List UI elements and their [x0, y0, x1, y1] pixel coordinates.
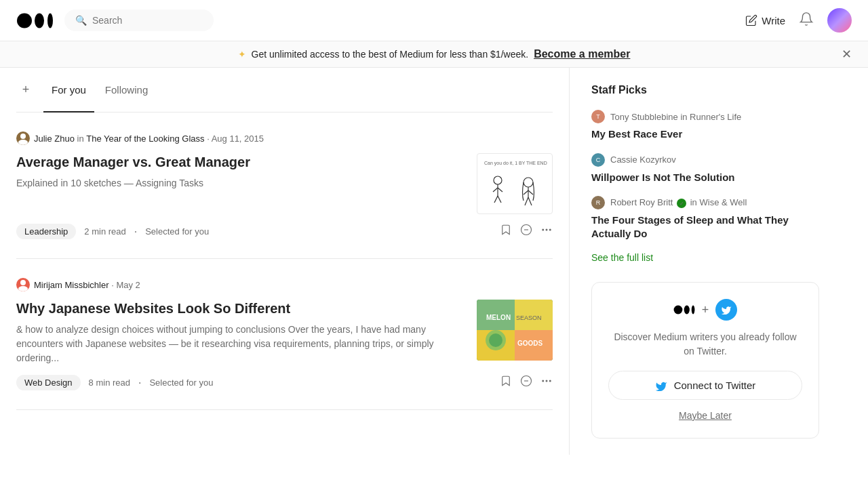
- article-byline: Mirijam Missbichler · May 2: [34, 280, 140, 290]
- pick-author: C Cassie Kozyrkov: [591, 153, 819, 167]
- author-avatar: [16, 278, 30, 291]
- banner-text: Get unlimited access to the best of Medi…: [252, 49, 529, 60]
- search-bar[interactable]: 🔍: [64, 9, 214, 31]
- svg-point-3: [20, 134, 26, 139]
- save-article-button[interactable]: [500, 224, 512, 239]
- plus-icon: +: [702, 303, 709, 317]
- article-footer: Web Design 8 min read · Selected for you: [16, 375, 553, 390]
- avatar[interactable]: [827, 8, 852, 33]
- svg-line-8: [493, 188, 498, 192]
- svg-point-39: [549, 380, 551, 382]
- save-article-button[interactable]: [500, 375, 512, 390]
- svg-line-17: [528, 197, 532, 205]
- banner-close-button[interactable]: ✕: [842, 47, 852, 62]
- pick-title[interactable]: Willpower Is Not The Solution: [591, 171, 819, 184]
- pick-avatar: T: [591, 110, 605, 123]
- twitter-connect-box: + Discover Medium writers you already fo…: [591, 282, 819, 439]
- article-tag[interactable]: Web Design: [16, 375, 81, 390]
- svg-point-41: [684, 306, 689, 314]
- more-options-button[interactable]: [540, 224, 553, 239]
- staff-picks-title: Staff Picks: [591, 84, 819, 96]
- article-subtitle: Explained in 10 sketches — Assigning Tas…: [16, 176, 466, 190]
- article-tag[interactable]: Leadership: [16, 224, 76, 239]
- hide-article-button[interactable]: [520, 375, 532, 390]
- maybe-later-button[interactable]: Maybe Later: [679, 410, 732, 421]
- read-time: 2 min read: [84, 226, 125, 237]
- search-icon: 🔍: [75, 15, 87, 26]
- tab-for-you[interactable]: For you: [43, 79, 94, 101]
- pick-title[interactable]: My Best Race Ever: [591, 127, 819, 141]
- article-image: Can you do it, 1 BY THE END OF THE MONTH…: [477, 153, 553, 214]
- become-member-link[interactable]: Become a member: [534, 48, 630, 60]
- svg-point-24: [18, 286, 28, 291]
- svg-point-2: [47, 13, 53, 28]
- twitter-box-description: Discover Medium writers you already foll…: [608, 330, 802, 359]
- svg-point-4: [18, 140, 28, 145]
- svg-point-12: [524, 178, 533, 187]
- pick-title[interactable]: The Four Stages of Sleep and What They A…: [591, 214, 819, 240]
- article-meta: Julie Zhuo in The Year of the Looking Gl…: [16, 131, 553, 145]
- pick-author: T Tony Stubblebine in Runner's Life: [591, 110, 819, 123]
- star-icon: ✦: [238, 49, 246, 60]
- svg-line-14: [524, 190, 528, 195]
- article-content: Average Manager vs. Great Manager Explai…: [16, 153, 553, 214]
- svg-point-42: [691, 306, 694, 314]
- more-options-button[interactable]: [540, 375, 553, 390]
- see-full-list-link[interactable]: See the full list: [591, 252, 819, 263]
- read-time: 8 min read: [89, 378, 130, 388]
- svg-point-40: [673, 306, 682, 314]
- svg-point-0: [17, 13, 32, 28]
- svg-point-37: [542, 380, 544, 382]
- svg-line-16: [525, 197, 528, 205]
- svg-point-23: [20, 280, 26, 285]
- svg-point-22: [549, 229, 551, 231]
- connect-twitter-button[interactable]: Connect to Twitter: [608, 371, 802, 400]
- article-card: Julie Zhuo in The Year of the Looking Gl…: [16, 113, 553, 259]
- article-title[interactable]: Average Manager vs. Great Manager: [16, 153, 466, 171]
- notification-button[interactable]: [799, 12, 814, 30]
- svg-point-6: [494, 176, 502, 184]
- search-input[interactable]: [92, 15, 203, 26]
- pick-avatar: C: [591, 153, 605, 167]
- sidebar: Staff Picks T Tony Stubblebine in Runner…: [570, 68, 841, 455]
- add-topic-button[interactable]: +: [16, 81, 35, 100]
- medium-logo-icon: [673, 299, 695, 321]
- article-title[interactable]: Why Japanese Websites Look So Different: [16, 300, 466, 317]
- article-image: MELON SEASON GOODS: [477, 300, 553, 361]
- twitter-icon: [715, 299, 737, 321]
- svg-text:Can you do it, 1 BY THE END OF: Can you do it, 1 BY THE END OF THE MONTH…: [484, 161, 549, 166]
- svg-line-10: [494, 196, 498, 203]
- membership-banner: ✦ Get unlimited access to the best of Me…: [0, 41, 868, 68]
- hide-article-button[interactable]: [520, 224, 532, 239]
- svg-line-9: [498, 188, 502, 192]
- author-avatar: [16, 131, 30, 145]
- article-byline: Julie Zhuo in The Year of the Looking Gl…: [34, 134, 264, 144]
- footer-actions: [500, 224, 553, 239]
- pick-author-text: Robert Roy Britt ✓ in Wise & Well: [610, 197, 747, 209]
- pick-author-text: Tony Stubblebine in Runner's Life: [610, 112, 741, 122]
- tabs-bar: + For you Following: [16, 68, 553, 113]
- article-subtitle: & how to analyze design choices without …: [16, 323, 466, 365]
- article-meta: Mirijam Missbichler · May 2: [16, 278, 553, 291]
- tab-following[interactable]: Following: [97, 79, 156, 101]
- header-left: 🔍: [16, 9, 214, 31]
- header-right: Write: [745, 8, 852, 33]
- article-content: Why Japanese Websites Look So Different …: [16, 300, 553, 365]
- content-area: + For you Following Julie Zhuo in The Ye…: [0, 68, 570, 455]
- svg-point-1: [35, 13, 44, 28]
- medium-logo[interactable]: [16, 12, 54, 29]
- main-container: + For you Following Julie Zhuo in The Ye…: [0, 68, 868, 455]
- write-button[interactable]: Write: [745, 14, 785, 26]
- svg-point-34: [489, 333, 502, 347]
- svg-text:MELON: MELON: [486, 314, 511, 321]
- pick-author: R Robert Roy Britt ✓ in Wise & Well: [591, 196, 819, 209]
- pick-author-text: Cassie Kozyrkov: [610, 155, 676, 165]
- selected-label: Selected for you: [145, 226, 209, 237]
- article-footer: Leadership 2 min read · Selected for you: [16, 224, 553, 239]
- svg-point-20: [542, 229, 544, 231]
- verified-badge: ✓: [677, 199, 686, 208]
- staff-pick-item: R Robert Roy Britt ✓ in Wise & Well The …: [591, 196, 819, 240]
- write-label: Write: [762, 15, 785, 26]
- staff-pick-item: T Tony Stubblebine in Runner's Life My B…: [591, 110, 819, 141]
- selected-label: Selected for you: [149, 378, 213, 388]
